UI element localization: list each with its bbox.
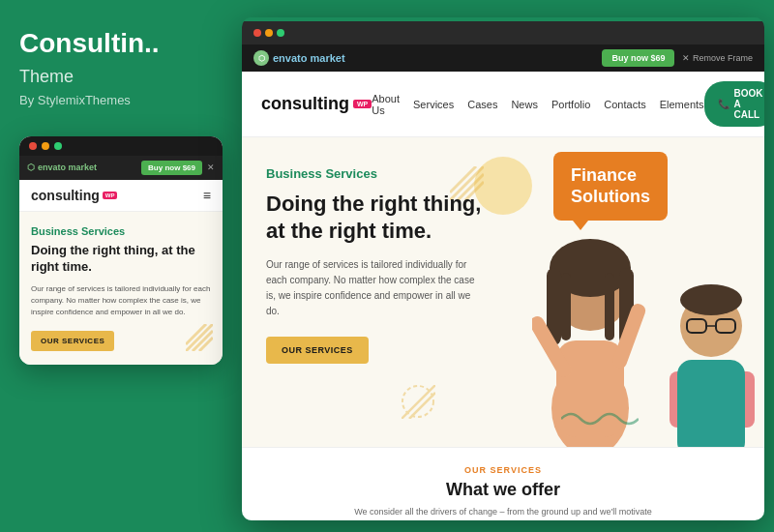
- wp-badge: WP: [353, 100, 372, 108]
- nav-services[interactable]: Services: [413, 99, 454, 110]
- left-panel: Consultin.. Theme By StylemixThemes ⬡ en…: [0, 0, 240, 532]
- hero-section: Business Services Doing the right thing,…: [242, 137, 764, 447]
- theme-author: By StylemixThemes: [19, 93, 221, 107]
- dot-yellow: [42, 142, 49, 150]
- mobile-content: Business Services Doing the right thing,…: [19, 212, 223, 365]
- mobile-hero-desc: Our range of services is tailored indivi…: [31, 283, 211, 318]
- hero-desc: Our range of services is tailored indivi…: [266, 257, 479, 319]
- deco-wave: [561, 409, 639, 432]
- phone-icon: 📞: [718, 99, 729, 109]
- mobile-close-btn[interactable]: ✕: [207, 163, 215, 172]
- hero-cta-btn[interactable]: OUR SERVICES: [266, 337, 369, 364]
- mobile-envato-bar: ⬡ envato market Buy now $69 ✕: [19, 156, 223, 180]
- site-nav: consulting WP About Us Services Cases Ne…: [242, 72, 764, 137]
- theme-title: Consultin..: [19, 29, 221, 59]
- nav-cases[interactable]: Cases: [467, 99, 497, 110]
- nav-elements[interactable]: Elements: [660, 99, 704, 110]
- hero-right: Finance Solutions Strategic Planning: [522, 137, 764, 447]
- mobile-topbar: [19, 136, 223, 156]
- browser-dot-green: [277, 29, 284, 37]
- envato-top-bar: ⬡ envato market Buy now $69 ✕ Remove Fra…: [242, 44, 764, 72]
- mobile-nav: consulting WP ≡: [19, 180, 223, 212]
- mobile-business-services: Business Services: [31, 225, 211, 237]
- book-call-btn[interactable]: 📞 BOOK A CALL: [704, 81, 764, 127]
- envato-buy-btn[interactable]: Buy now $69: [602, 49, 674, 67]
- nav-news[interactable]: News: [511, 99, 538, 110]
- browser-dot-yellow: [265, 29, 273, 37]
- mobile-cta-btn[interactable]: OUR SERVICES: [31, 331, 114, 351]
- mobile-buy-btn[interactable]: Buy now $69: [141, 161, 202, 175]
- our-services-label: OUR SERVICES: [266, 465, 740, 475]
- browser-chrome: [242, 21, 764, 44]
- mobile-mockup: ⬡ envato market Buy now $69 ✕ consulting…: [19, 136, 223, 365]
- main-panel: ⬡ envato market Buy now $69 ✕ Remove Fra…: [242, 17, 764, 520]
- envato-remove-frame[interactable]: ✕ Remove Frame: [682, 53, 753, 63]
- svg-rect-21: [677, 360, 745, 447]
- theme-subtitle: Theme: [19, 67, 221, 87]
- envato-logo: ⬡ envato market: [253, 50, 345, 66]
- mobile-hero-title: Doing the right thing, at the right time…: [31, 243, 211, 276]
- mobile-logo: consulting WP: [31, 188, 117, 203]
- hero-title: Doing the right thing, at the right time…: [266, 191, 498, 244]
- browser-dots: [253, 29, 284, 37]
- svg-line-0: [186, 324, 213, 351]
- svg-rect-18: [605, 273, 614, 340]
- nav-contacts[interactable]: Contacts: [604, 99, 645, 110]
- business-services-label: Business Services: [266, 166, 498, 181]
- site-logo: consulting WP: [261, 94, 372, 114]
- mobile-hamburger[interactable]: ≡: [203, 188, 211, 203]
- dot-red: [29, 142, 37, 150]
- envato-right: Buy now $69 ✕ Remove Frame: [602, 49, 753, 67]
- mobile-wp-badge: WP: [103, 192, 118, 199]
- person-right: [663, 253, 759, 447]
- dot-green: [54, 142, 62, 150]
- what-we-offer-title: What we offer: [266, 480, 740, 500]
- nav-links: About Us Services Cases News Portfolio C…: [372, 93, 703, 116]
- browser-dot-red: [253, 29, 261, 37]
- envato-icon: ⬡: [253, 50, 269, 66]
- what-we-offer-section: OUR SERVICES What we offer We consider a…: [242, 447, 764, 520]
- nav-portfolio[interactable]: Portfolio: [551, 99, 590, 110]
- mobile-envato-logo: ⬡ envato market: [27, 163, 97, 172]
- svg-rect-17: [561, 273, 571, 340]
- mobile-deco-stripe: [186, 324, 213, 355]
- hero-left: Business Services Doing the right thing,…: [242, 137, 522, 447]
- what-we-offer-desc: We consider all the drivers of change – …: [348, 506, 658, 520]
- nav-about[interactable]: About Us: [372, 93, 400, 116]
- svg-point-26: [680, 284, 742, 315]
- people-illustration: [522, 137, 764, 447]
